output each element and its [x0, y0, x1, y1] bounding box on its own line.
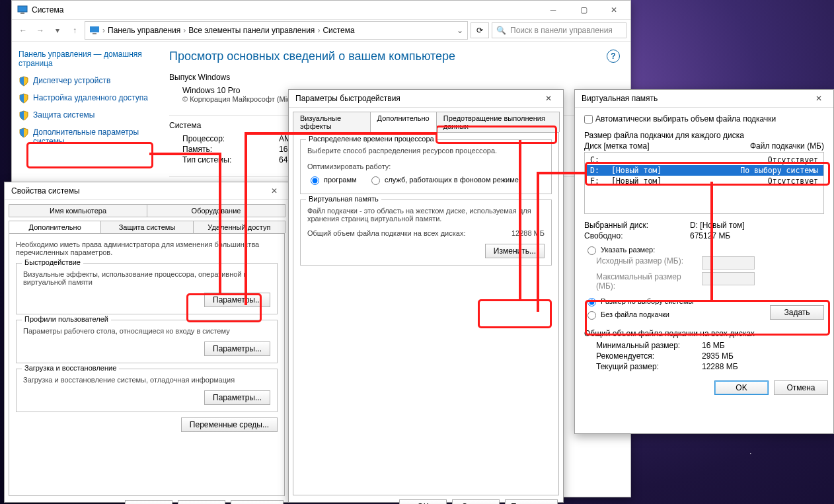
radio-system-managed[interactable]: Размер по выбору системы: [584, 296, 761, 306]
startup-group: Загрузка и восстановление Загрузка и вос…: [16, 369, 278, 412]
selected-drive-value: D: [Новый том]: [690, 221, 824, 230]
env-vars-button[interactable]: Переменные среды...: [181, 417, 278, 432]
sidebar-item-label: Настройка удаленного доступа: [33, 93, 148, 102]
vmem-desc: Файл подкачки - это область на жестком д…: [307, 207, 545, 223]
size-label: Размер файла подкачки для каждого диска: [584, 131, 824, 140]
tab-visual-effects[interactable]: Визуальные эффекты: [293, 112, 371, 132]
performance-settings-button[interactable]: Параметры...: [204, 293, 270, 307]
ok-button[interactable]: OK: [714, 380, 769, 395]
disk-row[interactable]: F:[Новый том]Отсутствует: [585, 176, 823, 186]
auto-manage-checkbox[interactable]: Автоматически выбирать объем файла подка…: [584, 114, 776, 124]
tab-protection[interactable]: Защита системы: [100, 221, 193, 233]
sidebar-item-label: Защита системы: [33, 110, 95, 120]
dialog-titlebar: Виртуальная память ✕: [575, 90, 833, 108]
shield-icon: [19, 93, 29, 104]
dialog-buttons: OK Отмена Применить: [10, 500, 284, 504]
performance-group: Быстродействие Визуальные эффекты, испол…: [16, 263, 278, 314]
navbar: ← → ▾ ↑ › Панель управления› Все элемент…: [12, 19, 630, 42]
system-properties-dialog: Свойства системы ✕ Имя компьютера Оборуд…: [4, 182, 289, 503]
close-button[interactable]: ✕: [599, 1, 629, 19]
col-disk: Диск [метка тома]: [584, 141, 750, 151]
disk-list[interactable]: C:Отсутствует D:[Новый том]По выбору сис…: [584, 152, 824, 214]
radio-no-pagefile[interactable]: Без файла подкачки: [584, 309, 761, 320]
sidebar-heading[interactable]: Панель управления — домашняя страница: [19, 50, 149, 68]
close-button[interactable]: ✕: [811, 92, 827, 105]
breadcrumb-seg[interactable]: Все элементы панели управления: [188, 26, 315, 35]
profiles-desc: Параметры рабочего стола, относящиеся ко…: [23, 327, 270, 335]
tab-advanced[interactable]: Дополнительно: [9, 221, 101, 233]
disk-row[interactable]: C:Отсутствует: [585, 155, 823, 165]
page-title: Просмотр основных сведений о вашем компь…: [169, 50, 617, 63]
startup-desc: Загрузка и восстановление системы, отлад…: [23, 376, 270, 384]
startup-settings-button[interactable]: Параметры...: [204, 390, 270, 405]
tab-computer-name[interactable]: Имя компьютера: [9, 204, 147, 217]
search-input[interactable]: 🔍 Поиск в панели управления: [492, 22, 626, 38]
nav-history-button[interactable]: ▾: [50, 23, 65, 38]
breadcrumb[interactable]: › Панель управления› Все элементы панели…: [85, 21, 468, 40]
sidebar-item-label: Диспетчер устройств: [33, 76, 110, 85]
breadcrumb-seg[interactable]: Панель управления: [108, 26, 180, 35]
vmem-group: Виртуальная память Файл подкачки - это о…: [300, 199, 552, 266]
selected-drive-label: Выбранный диск:: [584, 221, 690, 230]
close-button[interactable]: ✕: [541, 92, 556, 105]
tab-dep[interactable]: Предотвращение выполнения данных: [436, 112, 560, 132]
scheduling-group: Распределение времени процессора Выберит…: [300, 139, 552, 194]
shield-icon: [19, 127, 29, 138]
ok-button[interactable]: OK: [399, 499, 447, 504]
disk-row-selected[interactable]: D:[Новый том]По выбору системы: [585, 165, 823, 176]
col-pagefile: Файл подкачки (МБ): [750, 141, 824, 151]
sidebar-item-protection[interactable]: Защита системы: [19, 110, 149, 121]
edition-heading: Выпуск Windows: [169, 73, 617, 82]
maximize-button[interactable]: ▢: [568, 1, 599, 19]
free-label: Свободно:: [584, 231, 690, 240]
performance-options-dialog: Параметры быстродействия ✕ Визуальные эф…: [288, 89, 564, 503]
vmem-total-label: Общий объем файла подкачки на всех диска…: [307, 229, 512, 237]
totals-heading: Общий объем файла подкачки на всех диска…: [584, 329, 824, 338]
tab-hardware[interactable]: Оборудование: [147, 204, 285, 217]
radio-custom-size[interactable]: Указать размер:: [584, 244, 815, 255]
cancel-button[interactable]: Отмена: [178, 500, 225, 504]
refresh-button[interactable]: ⟳: [471, 22, 489, 38]
admin-note: Необходимо иметь права администратора дл…: [16, 240, 278, 256]
cancel-button[interactable]: Отмена: [774, 380, 828, 395]
nav-up-button[interactable]: ↑: [67, 23, 82, 38]
perf-desc: Визуальные эффекты, использование процес…: [23, 270, 270, 286]
sidebar-item-advanced[interactable]: Дополнительные параметры системы: [19, 127, 149, 146]
nav-forward-button[interactable]: →: [33, 23, 48, 38]
cancel-button[interactable]: Отмена: [452, 499, 500, 504]
vmem-change-button[interactable]: Изменить...: [485, 244, 545, 258]
tab-advanced[interactable]: Дополнительно: [370, 112, 437, 132]
set-button[interactable]: Задать: [770, 305, 824, 320]
ok-button[interactable]: OK: [125, 500, 172, 504]
apply-button[interactable]: Применить: [505, 499, 558, 504]
minimize-button[interactable]: ─: [538, 1, 568, 19]
tab-remote[interactable]: Удаленный доступ: [193, 221, 285, 233]
sidebar-item-label: Дополнительные параметры системы: [33, 127, 149, 146]
svg-rect-3: [93, 33, 96, 34]
free-value: 675127 МБ: [690, 231, 824, 240]
radio-programs[interactable]: программ: [307, 174, 357, 185]
window-title: Система: [32, 5, 538, 15]
nav-back-button[interactable]: ←: [16, 23, 30, 38]
sidebar-item-device-manager[interactable]: Диспетчер устройств: [19, 76, 149, 87]
vmem-total-value: 12288 МБ: [512, 229, 545, 237]
dialog-title: Виртуальная память: [582, 94, 811, 103]
profiles-settings-button[interactable]: Параметры...: [204, 342, 270, 356]
apply-button[interactable]: Применить: [231, 500, 284, 504]
close-button[interactable]: ✕: [266, 184, 282, 198]
cpu-label: Процессор:: [182, 134, 279, 143]
radio-background[interactable]: служб, работающих в фоновом режиме: [368, 174, 519, 185]
shield-icon: [19, 76, 29, 87]
dialog-buttons: OK Отмена Применить: [294, 499, 558, 504]
svg-rect-0: [18, 6, 27, 12]
profiles-group: Профили пользователей Параметры рабочего…: [16, 320, 278, 363]
sidebar-item-remote[interactable]: Настройка удаленного доступа: [19, 93, 149, 104]
max-size-label: Максимальный размер (МБ):: [596, 272, 702, 291]
init-size-input: [702, 256, 755, 270]
breadcrumb-seg[interactable]: Система: [322, 26, 354, 35]
dialog-buttons: OK Отмена: [580, 380, 828, 395]
titlebar: Система ─ ▢ ✕: [12, 1, 630, 19]
help-icon[interactable]: ?: [607, 50, 620, 63]
dialog-title: Параметры быстродействия: [295, 94, 541, 103]
type-label: Тип системы:: [182, 155, 279, 164]
